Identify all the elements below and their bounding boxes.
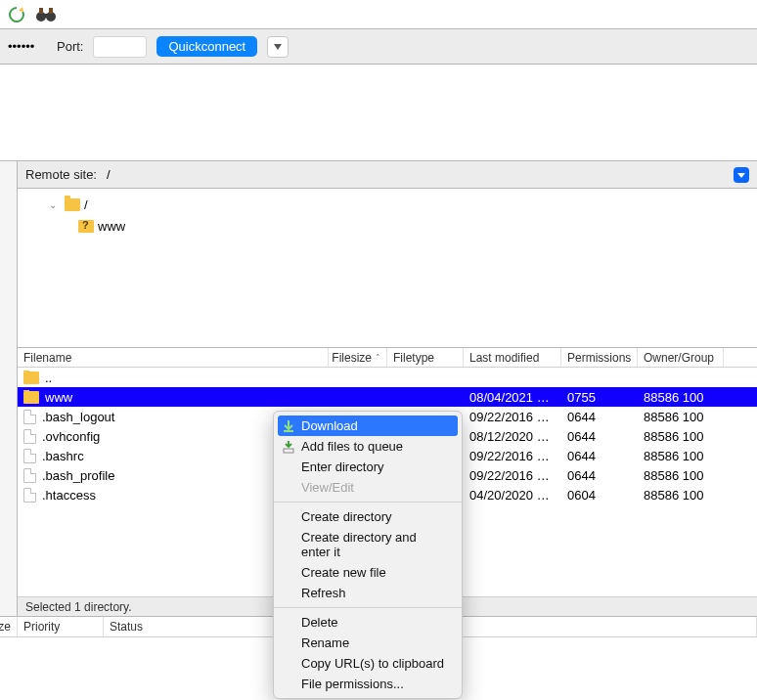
download-icon — [282, 419, 295, 433]
svg-rect-5 — [284, 449, 293, 453]
menu-item[interactable]: Add files to queue — [274, 436, 462, 457]
file-mod: 08/12/2020 0… — [464, 429, 561, 444]
file-icon — [23, 429, 36, 444]
folder-icon — [65, 198, 80, 211]
context-menu[interactable]: DownloadAdd files to queueEnter director… — [273, 411, 463, 699]
file-mod: 09/22/2016 1… — [464, 468, 561, 483]
binoculars-icon[interactable] — [35, 4, 57, 25]
file-perm: 0644 — [561, 410, 638, 424]
file-icon — [23, 410, 36, 424]
remote-site-label: Remote site: — [25, 167, 97, 182]
file-mod: 09/22/2016 1… — [464, 449, 561, 463]
file-icon — [23, 488, 36, 503]
col-filesize-label: Filesize — [332, 351, 372, 365]
file-mod: 04/20/2020 … — [464, 488, 561, 503]
port-input[interactable] — [93, 36, 147, 58]
col-filetype[interactable]: Filetype — [387, 348, 464, 367]
menu-item[interactable]: Create directory and enter it — [274, 527, 462, 562]
queue-col-priority[interactable]: Priority — [18, 617, 104, 636]
svg-rect-3 — [39, 8, 43, 14]
col-modified[interactable]: Last modified — [464, 348, 561, 367]
file-mod: 09/22/2016 1… — [464, 410, 561, 424]
remote-path-input[interactable]: / — [103, 165, 728, 185]
file-own: 88586 100 — [638, 488, 724, 503]
queue-col-size[interactable]: ize — [0, 617, 18, 636]
file-perm: 0644 — [561, 449, 638, 463]
svg-rect-2 — [43, 14, 49, 18]
menu-item-label: Create directory and enter it — [301, 530, 417, 559]
menu-item-label: File permissions... — [301, 677, 404, 691]
file-list-header[interactable]: Filename Filesize ˄ Filetype Last modifi… — [18, 348, 757, 368]
tree-root-label: / — [84, 197, 88, 212]
sort-ascending-icon: ˄ — [376, 353, 380, 363]
menu-item-label: Refresh — [301, 586, 346, 600]
menu-item-label: Add files to queue — [301, 439, 403, 454]
quickconnect-history-dropdown[interactable] — [267, 36, 289, 58]
folder-icon — [23, 391, 39, 404]
file-own: 88586 100 — [638, 449, 724, 463]
file-perm: 0644 — [561, 468, 638, 483]
file-name-label: www — [45, 390, 72, 405]
menu-item[interactable]: File permissions... — [274, 674, 462, 694]
menu-item-label: Enter directory — [301, 459, 384, 474]
menu-item[interactable]: Delete — [274, 612, 462, 633]
file-perm: 0604 — [561, 488, 638, 503]
file-name-label: .bash_logout — [42, 410, 114, 424]
menu-item: View/Edit — [274, 477, 462, 498]
folder-icon — [23, 372, 39, 384]
queue-icon — [282, 440, 295, 454]
file-row[interactable]: .. — [18, 368, 757, 387]
menu-separator — [274, 502, 462, 503]
file-own: 88586 100 — [638, 390, 724, 405]
file-name-label: .bash_profile — [42, 468, 114, 483]
quickconnect-button[interactable]: Quickconnect — [156, 36, 257, 57]
chevron-down-icon[interactable]: ⌄ — [47, 199, 59, 210]
refresh-icon[interactable] — [6, 4, 27, 25]
file-name-label: .ovhconfig — [42, 429, 100, 444]
menu-item-label: Rename — [301, 635, 349, 650]
password-masked[interactable]: •••••• — [8, 39, 47, 54]
quickconnect-bar: •••••• Port: Quickconnect — [0, 29, 757, 65]
menu-item-label: Create directory — [301, 509, 391, 524]
menu-item-label: Copy URL(s) to clipboard — [301, 656, 444, 671]
tree-row-root[interactable]: ⌄ / — [47, 195, 757, 214]
menu-item[interactable]: Refresh — [274, 583, 462, 603]
col-owner[interactable]: Owner/Group — [638, 348, 724, 367]
file-own: 88586 100 — [638, 429, 724, 444]
remote-site-bar: Remote site: / — [18, 161, 757, 189]
file-mod: 08/04/2021 … — [464, 390, 561, 405]
message-log — [0, 65, 757, 161]
col-filename[interactable]: Filename — [18, 348, 329, 367]
col-filesize[interactable]: Filesize ˄ — [329, 348, 387, 367]
file-name-label: .bashrc — [42, 449, 84, 463]
tree-row-www[interactable]: www — [78, 216, 757, 236]
menu-item-label: Create new file — [301, 565, 386, 580]
remote-directory-tree[interactable]: ⌄ / www — [18, 189, 757, 348]
menu-item-label: Download — [301, 418, 358, 433]
menu-item[interactable]: Rename — [274, 633, 462, 653]
file-icon — [23, 449, 36, 463]
file-icon — [23, 468, 36, 483]
menu-item[interactable]: Enter directory — [274, 457, 462, 477]
file-name-label: .htaccess — [42, 488, 96, 503]
file-name-label: .. — [45, 371, 52, 385]
menu-separator — [274, 607, 462, 608]
folder-unknown-icon — [78, 220, 94, 233]
tree-child-label: www — [98, 219, 125, 234]
file-own: 88586 100 — [638, 468, 724, 483]
svg-rect-4 — [49, 8, 53, 14]
menu-item[interactable]: Download — [278, 416, 458, 436]
port-label: Port: — [57, 39, 83, 54]
menu-item-label: View/Edit — [301, 480, 354, 495]
col-permissions[interactable]: Permissions — [561, 348, 638, 367]
file-perm: 0755 — [561, 390, 638, 405]
menu-item[interactable]: Copy URL(s) to clipboard — [274, 653, 462, 674]
file-row[interactable]: www08/04/2021 …075588586 100 — [18, 387, 757, 407]
menu-item[interactable]: Create directory — [274, 506, 462, 527]
file-perm: 0644 — [561, 429, 638, 444]
local-pane-sliver — [0, 161, 18, 616]
remote-path-dropdown[interactable] — [734, 167, 749, 183]
menu-item[interactable]: Create new file — [274, 562, 462, 583]
file-own: 88586 100 — [638, 410, 724, 424]
main-toolbar — [0, 0, 757, 29]
